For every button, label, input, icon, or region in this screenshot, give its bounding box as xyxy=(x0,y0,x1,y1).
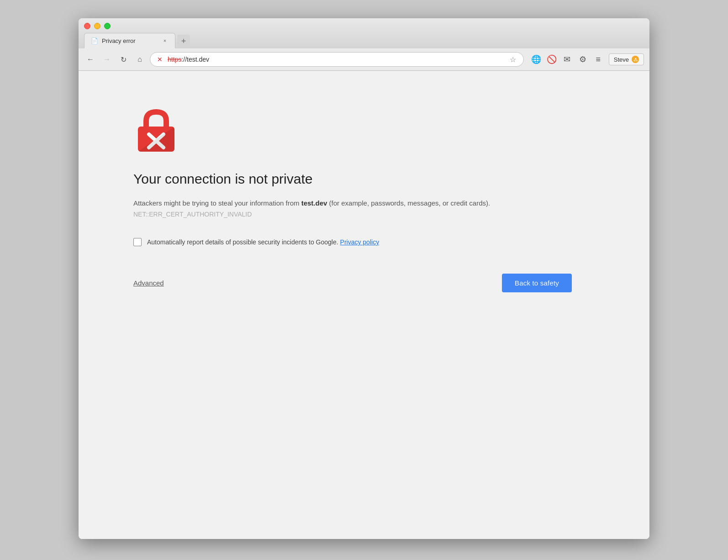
globe-button[interactable]: 🌐 xyxy=(529,53,543,66)
close-window-button[interactable] xyxy=(84,23,90,29)
maximize-window-button[interactable] xyxy=(104,23,111,29)
address-bar[interactable]: ✕ https://test.dev ☆ xyxy=(150,52,524,67)
error-description: Attackers might be trying to steal your … xyxy=(133,198,508,220)
error-heading: Your connection is not private xyxy=(133,171,595,187)
menu-button[interactable]: ≡ xyxy=(591,53,605,66)
error-desc-part2: (for example, passwords, messages, or cr… xyxy=(327,199,490,207)
url-rest-part: ://test.dev xyxy=(181,56,209,63)
extensions-button[interactable]: ⚙ xyxy=(576,53,590,66)
error-desc-part1: Attackers might be trying to steal your … xyxy=(133,199,301,207)
traffic-lights xyxy=(84,23,644,29)
user-name: Steve xyxy=(614,56,629,63)
back-button[interactable]: ← xyxy=(84,53,97,66)
error-site-name: test.dev xyxy=(301,199,327,207)
tab-title: Privacy error xyxy=(102,37,158,44)
toolbar-icons: 🌐 🚫 ✉ ⚙ ≡ xyxy=(529,53,605,66)
action-row: Advanced Back to safety xyxy=(133,274,572,292)
reload-button[interactable]: ↻ xyxy=(117,53,130,66)
title-bar: 📄 Privacy error × + xyxy=(79,18,649,48)
bookmark-star-button[interactable]: ☆ xyxy=(508,54,518,65)
page-content: Your connection is not private Attackers… xyxy=(79,71,649,539)
warning-badge: ⚠ xyxy=(632,56,639,63)
address-bar-actions: ☆ xyxy=(508,54,518,65)
tab-close-button[interactable]: × xyxy=(161,37,169,44)
report-checkbox-row: Automatically report details of possible… xyxy=(133,238,595,246)
report-checkbox[interactable] xyxy=(133,238,142,246)
new-tab-button[interactable]: + xyxy=(177,35,190,48)
minimize-window-button[interactable] xyxy=(94,23,100,29)
lock-error-icon-wrapper xyxy=(133,107,179,153)
report-checkbox-label: Automatically report details of possible… xyxy=(147,238,379,246)
block-button[interactable]: 🚫 xyxy=(545,53,559,66)
user-menu[interactable]: Steve ⚠ xyxy=(609,53,644,65)
tab-favicon-icon: 📄 xyxy=(91,37,98,44)
lock-error-icon xyxy=(133,107,179,153)
mail-button[interactable]: ✉ xyxy=(560,53,574,66)
advanced-link[interactable]: Advanced xyxy=(133,279,164,287)
home-button[interactable]: ⌂ xyxy=(133,53,146,66)
back-to-safety-button[interactable]: Back to safety xyxy=(502,274,572,292)
nav-bar: ← → ↻ ⌂ ✕ https://test.dev ☆ 🌐 🚫 ✉ ⚙ ≡ S… xyxy=(79,48,649,71)
url-https-part: https xyxy=(168,56,181,63)
url-display: https://test.dev xyxy=(168,56,209,63)
browser-window: 📄 Privacy error × + ← → ↻ ⌂ ✕ https://te… xyxy=(79,18,649,539)
insecure-connection-icon: ✕ xyxy=(156,55,164,63)
active-tab[interactable]: 📄 Privacy error × xyxy=(84,33,175,48)
privacy-policy-link[interactable]: Privacy policy xyxy=(340,238,380,246)
error-code: NET::ERR_CERT_AUTHORITY_INVALID xyxy=(133,211,252,218)
forward-button[interactable]: → xyxy=(100,53,113,66)
tabs-row: 📄 Privacy error × + xyxy=(84,33,644,48)
